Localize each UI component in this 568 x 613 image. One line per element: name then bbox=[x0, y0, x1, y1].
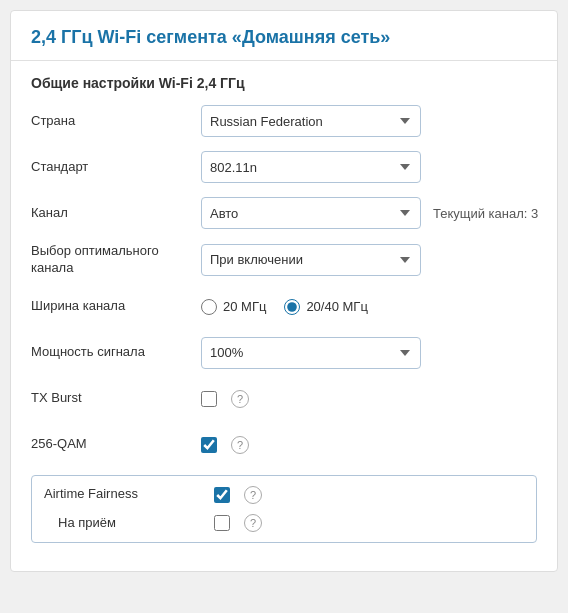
signal-select[interactable]: 100% 75% 50% 25% bbox=[201, 337, 421, 369]
qam-help-icon[interactable]: ? bbox=[231, 436, 249, 454]
na-priom-label: На приём bbox=[44, 515, 214, 530]
country-control: Russian Federation United States Germany bbox=[201, 105, 537, 137]
standard-row: Стандарт 802.11n 802.11g 802.11b 802.11b… bbox=[31, 151, 537, 183]
channel-row: Канал Авто 1234 5678 910111213 Текущий к… bbox=[31, 197, 537, 229]
qam-checkbox-item: ? bbox=[201, 436, 249, 454]
airtime-label: Airtime Fairness bbox=[44, 486, 214, 503]
airtime-fairness-row: Airtime Fairness ? bbox=[44, 486, 524, 504]
signal-row: Мощность сигнала 100% 75% 50% 25% bbox=[31, 337, 537, 369]
airtime-help-icon[interactable]: ? bbox=[244, 486, 262, 504]
channel-width-radio-group: 20 МГц 20/40 МГц bbox=[201, 299, 368, 315]
txburst-label: TX Burst bbox=[31, 390, 201, 407]
page-title: 2,4 ГГц Wi-Fi сегмента «Домашняя сеть» bbox=[11, 11, 557, 61]
settings-card: 2,4 ГГц Wi-Fi сегмента «Домашняя сеть» О… bbox=[10, 10, 558, 572]
na-priom-row: На приём ? bbox=[44, 514, 524, 532]
airtime-checkbox[interactable] bbox=[214, 487, 230, 503]
txburst-checkbox[interactable] bbox=[201, 391, 217, 407]
channel-width-20-40mhz[interactable]: 20/40 МГц bbox=[284, 299, 367, 315]
qam-row: 256-QAM ? bbox=[31, 429, 537, 461]
airtime-box: Airtime Fairness ? На приём ? bbox=[31, 475, 537, 543]
standard-select[interactable]: 802.11n 802.11g 802.11b 802.11b/g/n bbox=[201, 151, 421, 183]
channel-extra: Текущий канал: 3 bbox=[433, 206, 538, 221]
channel-control: Авто 1234 5678 910111213 Текущий канал: … bbox=[201, 197, 538, 229]
optimal-channel-row: Выбор оптимального канала При включении … bbox=[31, 243, 537, 277]
optimal-channel-label: Выбор оптимального канала bbox=[31, 243, 201, 277]
na-priom-checkbox[interactable] bbox=[214, 515, 230, 531]
txburst-help-icon[interactable]: ? bbox=[231, 390, 249, 408]
section-title: Общие настройки Wi-Fi 2,4 ГГц bbox=[31, 75, 537, 91]
standard-control: 802.11n 802.11g 802.11b 802.11b/g/n bbox=[201, 151, 537, 183]
qam-label: 256-QAM bbox=[31, 436, 201, 453]
signal-label: Мощность сигнала bbox=[31, 344, 201, 361]
qam-checkbox[interactable] bbox=[201, 437, 217, 453]
channel-width-20mhz[interactable]: 20 МГц bbox=[201, 299, 266, 315]
txburst-row: TX Burst ? bbox=[31, 383, 537, 415]
txburst-control: ? bbox=[201, 390, 537, 408]
settings-section: Общие настройки Wi-Fi 2,4 ГГц Страна Rus… bbox=[11, 61, 557, 571]
optimal-channel-control: При включении Всегда Вручную bbox=[201, 244, 537, 276]
signal-control: 100% 75% 50% 25% bbox=[201, 337, 537, 369]
channel-width-control: 20 МГц 20/40 МГц bbox=[201, 299, 537, 315]
na-priom-checkbox-item: ? bbox=[214, 514, 262, 532]
txburst-checkbox-item: ? bbox=[201, 390, 249, 408]
country-select[interactable]: Russian Federation United States Germany bbox=[201, 105, 421, 137]
airtime-control: ? bbox=[214, 486, 524, 504]
airtime-checkbox-item: ? bbox=[214, 486, 262, 504]
airtime-row: Airtime Fairness ? На приём ? bbox=[31, 475, 537, 543]
country-row: Страна Russian Federation United States … bbox=[31, 105, 537, 137]
radio-20mhz-label: 20 МГц bbox=[223, 299, 266, 314]
qam-control: ? bbox=[201, 436, 537, 454]
channel-width-row: Ширина канала 20 МГц 20/40 МГц bbox=[31, 291, 537, 323]
radio-20-40mhz[interactable] bbox=[284, 299, 300, 315]
channel-select[interactable]: Авто 1234 5678 910111213 bbox=[201, 197, 421, 229]
radio-20mhz[interactable] bbox=[201, 299, 217, 315]
na-priom-control: ? bbox=[214, 514, 524, 532]
channel-label: Канал bbox=[31, 205, 201, 222]
standard-label: Стандарт bbox=[31, 159, 201, 176]
na-priom-help-icon[interactable]: ? bbox=[244, 514, 262, 532]
radio-20-40mhz-label: 20/40 МГц bbox=[306, 299, 367, 314]
channel-width-label: Ширина канала bbox=[31, 298, 201, 315]
country-label: Страна bbox=[31, 113, 201, 130]
optimal-channel-select[interactable]: При включении Всегда Вручную bbox=[201, 244, 421, 276]
